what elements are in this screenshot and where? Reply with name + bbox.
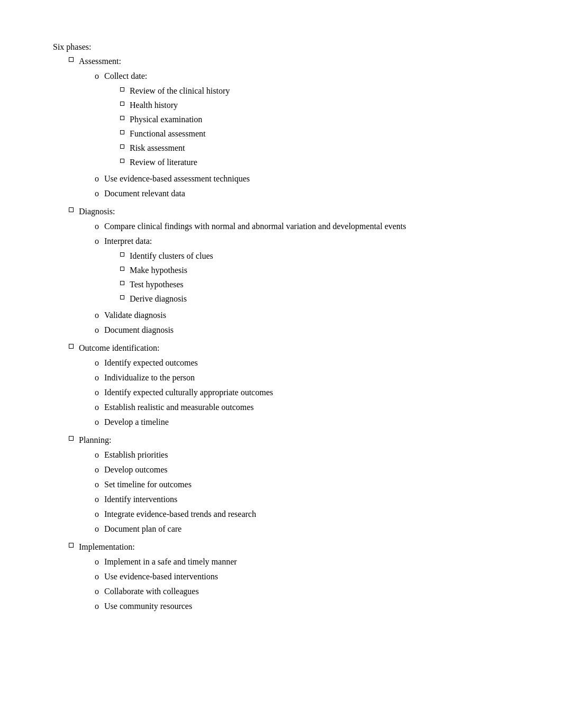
- phase-label: Assessment:oCollect date:Review of the c…: [79, 55, 250, 202]
- level3-bullet-icon: [120, 267, 124, 271]
- level1-bullet-icon: [69, 436, 74, 441]
- level2-bullet-icon: o: [95, 401, 99, 414]
- level2-bullet-icon: o: [95, 508, 99, 521]
- sub-label: Identify expected culturally appropriate…: [104, 386, 273, 399]
- sub-label-text: Implement in a safe and timely manner: [104, 557, 237, 566]
- sub-label-text: Individualize to the person: [104, 373, 195, 382]
- sub3-item: Review of literature: [120, 156, 230, 169]
- sub-label-text: Use evidence-based interventions: [104, 572, 218, 581]
- sub-label-text: Use community resources: [104, 602, 192, 611]
- sub-label-text: Identify expected outcomes: [104, 358, 198, 367]
- level2-bullet-icon: o: [95, 416, 99, 429]
- sub3-item: Test hypotheses: [120, 278, 213, 291]
- sub3-item: Make hypothesis: [120, 264, 213, 277]
- sub-item: oIdentify expected culturally appropriat…: [95, 386, 273, 399]
- sub-label-text: Identify expected culturally appropriate…: [104, 388, 273, 397]
- sub3-item: Physical examination: [120, 113, 230, 126]
- sub-list: oCollect date:Review of the clinical his…: [79, 70, 250, 200]
- sub3-list: Identify clusters of cluesMake hypothesi…: [104, 250, 213, 305]
- sub3-label-text: Health history: [130, 99, 178, 112]
- sub-label: Integrate evidence-based trends and rese…: [104, 508, 256, 521]
- sub3-label-text: Physical examination: [130, 113, 202, 126]
- level2-bullet-icon: o: [95, 570, 99, 583]
- level2-bullet-icon: o: [95, 463, 99, 476]
- level2-bullet-icon: o: [95, 585, 99, 598]
- sub3-item: Risk assessment: [120, 142, 230, 154]
- sub-item: oValidate diagnosis: [95, 309, 406, 322]
- sub-item: oCompare clinical findings with normal a…: [95, 220, 406, 233]
- sub-item: oIdentify expected outcomes: [95, 357, 273, 369]
- sub-item: oCollect date:Review of the clinical his…: [95, 70, 250, 170]
- sub-label: Develop a timeline: [104, 416, 169, 429]
- sub-label: Identify expected outcomes: [104, 357, 198, 369]
- sub-label-text: Develop outcomes: [104, 465, 168, 474]
- level2-bullet-icon: o: [95, 324, 99, 336]
- sub-label: Document relevant data: [104, 187, 185, 200]
- sub-item: oIdentify interventions: [95, 493, 256, 506]
- level3-bullet-icon: [120, 87, 124, 92]
- sub3-label-text: Test hypotheses: [130, 278, 184, 291]
- level1-bullet-icon: [69, 344, 74, 349]
- sub3-item: Identify clusters of clues: [120, 250, 213, 262]
- level2-bullet-icon: o: [95, 220, 99, 233]
- sub-label: Use community resources: [104, 600, 192, 613]
- sub3-item: Review of the clinical history: [120, 85, 230, 97]
- sub-label-text: Establish priorities: [104, 450, 168, 459]
- sub-label-text: Identify interventions: [104, 495, 177, 504]
- sub-item: oCollaborate with colleagues: [95, 585, 237, 598]
- level2-bullet-icon: o: [95, 235, 99, 248]
- sub-label: Implement in a safe and timely manner: [104, 556, 237, 568]
- level2-bullet-icon: o: [95, 70, 99, 83]
- sub3-label-text: Review of literature: [130, 156, 197, 169]
- sub-label: Collaborate with colleagues: [104, 585, 199, 598]
- sub-label: Collect date:Review of the clinical hist…: [104, 70, 230, 170]
- sub-item: oIntegrate evidence-based trends and res…: [95, 508, 256, 521]
- phase-label-text: Outcome identification:: [79, 343, 159, 352]
- level3-bullet-icon: [120, 116, 124, 120]
- sub-item: oInterpret data:Identify clusters of clu…: [95, 235, 406, 307]
- sub-item: oUse evidence-based interventions: [95, 570, 237, 583]
- phase-label-text: Assessment:: [79, 57, 121, 66]
- sub-item: oImplement in a safe and timely manner: [95, 556, 237, 568]
- document-content: Six phases: Assessment:oCollect date:Rev…: [53, 42, 508, 615]
- sub-item: oUse community resources: [95, 600, 237, 613]
- phase-label-text: Planning:: [79, 435, 111, 444]
- phase-item: Planning:oEstablish prioritiesoDevelop o…: [69, 434, 508, 538]
- sub-item: oDevelop a timeline: [95, 416, 273, 429]
- sub-label-text: Integrate evidence-based trends and rese…: [104, 509, 256, 518]
- sub3-list: Review of the clinical historyHealth his…: [104, 85, 230, 169]
- phase-label-text: Diagnosis:: [79, 207, 115, 216]
- phase-label: Planning:oEstablish prioritiesoDevelop o…: [79, 434, 256, 538]
- sub-item: oDocument relevant data: [95, 187, 250, 200]
- sub3-item: Functional assessment: [120, 128, 230, 140]
- level3-bullet-icon: [120, 102, 124, 106]
- phases-list: Assessment:oCollect date:Review of the c…: [53, 55, 508, 615]
- sub-label: Develop outcomes: [104, 463, 168, 476]
- level3-bullet-icon: [120, 130, 124, 134]
- level3-bullet-icon: [120, 295, 124, 299]
- phase-label: Diagnosis:oCompare clinical findings wit…: [79, 205, 406, 339]
- sub-item: oDocument plan of care: [95, 523, 256, 535]
- sub3-label-text: Derive diagnosis: [130, 293, 187, 305]
- phase-label: Outcome identification:oIdentify expecte…: [79, 342, 273, 431]
- level3-bullet-icon: [120, 281, 124, 285]
- phase-item: Outcome identification:oIdentify expecte…: [69, 342, 508, 431]
- sub-label-text: Document plan of care: [104, 524, 182, 533]
- level2-bullet-icon: o: [95, 478, 99, 491]
- sub-item: oUse evidence-based assessment technique…: [95, 172, 250, 185]
- level2-bullet-icon: o: [95, 493, 99, 506]
- phase-label: Implementation:oImplement in a safe and …: [79, 541, 237, 615]
- level2-bullet-icon: o: [95, 172, 99, 185]
- sub-label-text: Compare clinical findings with normal an…: [104, 222, 406, 231]
- sub3-label-text: Review of the clinical history: [130, 85, 230, 97]
- sub-label: Validate diagnosis: [104, 309, 166, 322]
- phase-item: Assessment:oCollect date:Review of the c…: [69, 55, 508, 202]
- sub-label: Compare clinical findings with normal an…: [104, 220, 406, 233]
- sub-item: oIndividualize to the person: [95, 371, 273, 384]
- level2-bullet-icon: o: [95, 523, 99, 535]
- level2-bullet-icon: o: [95, 371, 99, 384]
- level2-bullet-icon: o: [95, 600, 99, 613]
- phase-label-text: Implementation:: [79, 542, 135, 551]
- sub-label: Identify interventions: [104, 493, 177, 506]
- sub-label: Set timeline for outcomes: [104, 478, 192, 491]
